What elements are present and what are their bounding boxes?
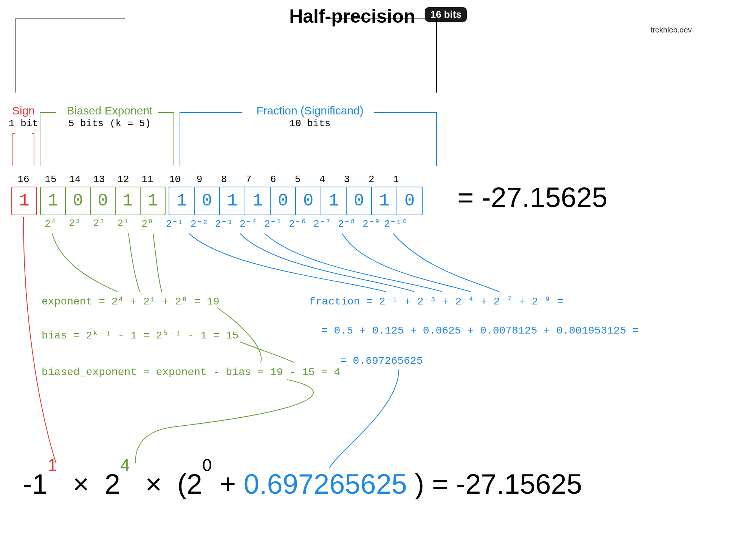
bit-index: 3 — [335, 174, 359, 185]
calc-bias-line: bias = 2ᵏ⁻¹ - 1 = 2⁵⁻¹ - 1 = 15 — [42, 329, 239, 341]
section-label-sign: Sign — [5, 104, 42, 117]
power-cell: 2⁻² — [187, 218, 212, 230]
exponent-bit: 1 — [141, 187, 165, 215]
sign-bit-group: 1 — [11, 187, 37, 215]
fraction-bit: 1 — [245, 187, 271, 215]
fraction-bit: 0 — [296, 187, 321, 215]
power-cell: 2⁻⁶ — [285, 218, 310, 230]
exponent-bit: 1 — [116, 187, 141, 215]
title-text: Half-precision — [289, 5, 415, 27]
bit-index: 5 — [285, 174, 310, 185]
section-sub-exponent: 5 bits (k = 5) — [42, 118, 178, 129]
formula-result: -27.15625 — [456, 468, 582, 500]
fraction-bit: 1 — [372, 187, 397, 215]
credit-text: trekhleb.dev — [651, 26, 692, 34]
power-cell: 2⁻⁷ — [310, 218, 335, 230]
fraction-bit: 0 — [397, 187, 422, 215]
equals-decimal: = -27.15625 — [457, 181, 607, 213]
formula-mantissa-exp: 0 — [202, 455, 212, 475]
bit-indices: 16 15 14 13 12 11 10 9 8 7 6 5 4 3 2 1 — [11, 174, 408, 185]
calc-fraction-line2: = 0.5 + 0.125 + 0.0625 + 0.0078125 + 0.0… — [321, 325, 639, 337]
bit-index: 13 — [87, 174, 111, 185]
bits-row: 1 1 0 0 1 1 1 0 1 1 0 0 1 0 1 0 — [11, 187, 423, 215]
fraction-bit-group: 1 0 1 1 0 0 1 0 1 0 — [169, 187, 423, 215]
power-cell: 2⁻¹ — [163, 218, 187, 230]
bit-index: 10 — [163, 174, 187, 185]
exponent-bit-group: 1 0 0 1 1 — [40, 187, 166, 215]
exponent-bit: 1 — [41, 187, 66, 215]
fraction-bit: 1 — [321, 187, 347, 215]
power-cell: 2⁴ — [39, 218, 63, 230]
calc-fraction-line3: = 0.697265625 — [340, 355, 423, 367]
connectors-overlay — [0, 0, 756, 533]
formula-two-exp: 4 — [120, 455, 130, 475]
bit-index: 11 — [135, 174, 160, 185]
bit-index: 2 — [359, 174, 384, 185]
calc-biased-exponent-line: biased_exponent = exponent - bias = 19 -… — [42, 366, 340, 378]
power-cell — [11, 218, 36, 230]
calc-fraction-line1: fraction = 2⁻¹ + 2⁻³ + 2⁻⁴ + 2⁻⁷ + 2⁻⁹ = — [309, 295, 564, 307]
formula-fraction-value: 0.697265625 — [244, 468, 407, 500]
power-cell: 2⁻⁸ — [335, 218, 359, 230]
diagram-canvas: Half-precision 16 bits trekhleb.dev Sign… — [0, 0, 756, 533]
bit-powers: 2⁴ 2³ 2² 2¹ 2⁰ 2⁻¹ 2⁻² 2⁻³ 2⁻⁴ 2⁻⁵ 2⁻⁶ 2… — [11, 218, 408, 230]
power-cell: 2⁻⁹ — [359, 218, 384, 230]
final-formula: -11 × 24 × (20 + 0.697265625 ) = -27.156… — [23, 468, 582, 500]
calc-exponent-line: exponent = 2⁴ + 2¹ + 2⁰ = 19 — [42, 295, 220, 307]
fraction-bit: 0 — [347, 187, 372, 215]
section-label-exponent: Biased Exponent — [42, 104, 178, 117]
title-block: Half-precision 16 bits — [0, 4, 756, 27]
bit-index: 15 — [39, 174, 63, 185]
bit-index: 4 — [310, 174, 335, 185]
fraction-bit: 0 — [195, 187, 220, 215]
bit-index: 1 — [384, 174, 408, 185]
power-cell: 2⁻¹⁰ — [384, 218, 408, 230]
bit-index: 14 — [63, 174, 87, 185]
bit-index: 8 — [212, 174, 236, 185]
power-cell: 2⁻⁴ — [236, 218, 261, 230]
power-cell: 2⁻³ — [212, 218, 236, 230]
power-cell: 2¹ — [111, 218, 135, 230]
power-cell: 2² — [87, 218, 111, 230]
decimal-value: -27.15625 — [482, 182, 607, 213]
formula-sign-exp: 1 — [48, 455, 57, 475]
power-cell: 2³ — [63, 218, 87, 230]
bits-badge: 16 bits — [425, 7, 466, 22]
fraction-bit: 1 — [169, 187, 195, 215]
fraction-bit: 1 — [220, 187, 245, 215]
section-label-fraction: Fraction (Significand) — [178, 104, 442, 117]
bit-index: 7 — [236, 174, 261, 185]
power-cell: 2⁰ — [135, 218, 160, 230]
bit-index: 9 — [187, 174, 212, 185]
bit-index: 6 — [261, 174, 285, 185]
fraction-bit: 0 — [271, 187, 296, 215]
bit-index: 16 — [11, 174, 36, 185]
exponent-bit: 0 — [66, 187, 91, 215]
sign-bit: 1 — [12, 187, 36, 215]
exponent-bit: 0 — [91, 187, 116, 215]
power-cell: 2⁻⁵ — [261, 218, 285, 230]
section-sub-fraction: 10 bits — [178, 118, 442, 129]
section-sub-sign: 1 bit — [5, 118, 42, 129]
bit-index: 12 — [111, 174, 135, 185]
